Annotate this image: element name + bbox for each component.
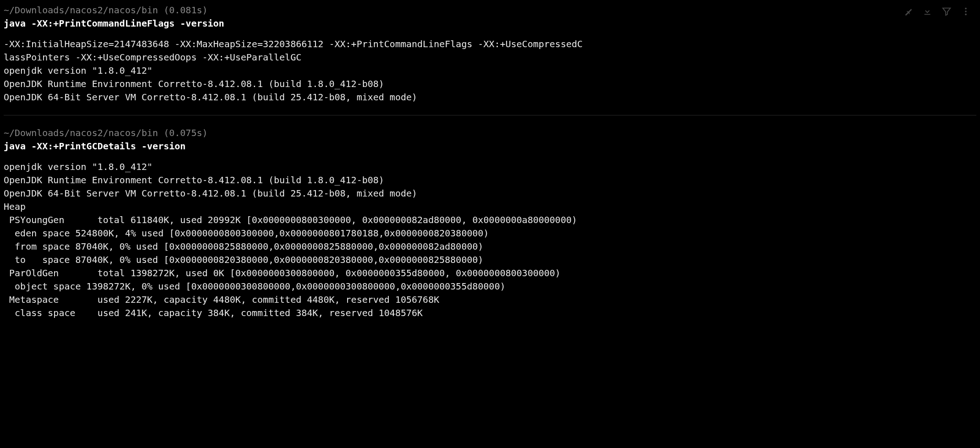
block-toolbar — [903, 6, 971, 16]
download-icon[interactable] — [922, 6, 932, 16]
svg-point-0 — [965, 8, 967, 10]
terminal-block-2: ~/Downloads/nacos2/nacos/bin (0.075s) ja… — [4, 115, 976, 323]
command-line: java -XX:+PrintCommandLineFlags -version — [4, 17, 976, 30]
prompt-path: ~/Downloads/nacos2/nacos/bin (0.081s) — [4, 4, 976, 17]
terminal-output: ~/Downloads/nacos2/nacos/bin (0.081s) ja… — [0, 0, 980, 323]
command-output: openjdk version "1.8.0_412" OpenJDK Runt… — [4, 160, 976, 320]
svg-point-1 — [965, 11, 967, 12]
command-output: -XX:InitialHeapSize=2147483648 -XX:MaxHe… — [4, 38, 976, 104]
more-icon[interactable] — [961, 6, 971, 16]
prompt-path: ~/Downloads/nacos2/nacos/bin (0.075s) — [4, 126, 976, 140]
command-line: java -XX:+PrintGCDetails -version — [4, 140, 976, 153]
pin-icon[interactable] — [903, 6, 913, 16]
svg-point-2 — [965, 14, 967, 16]
terminal-block-1: ~/Downloads/nacos2/nacos/bin (0.081s) ja… — [4, 0, 976, 108]
filter-icon[interactable] — [942, 6, 952, 16]
